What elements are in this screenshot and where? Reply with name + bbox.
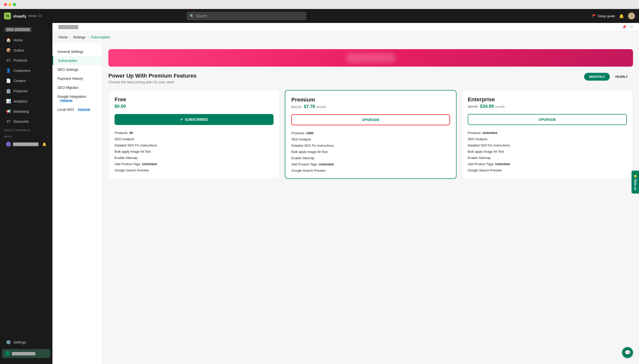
plans-grid: Free $0.00 ✔ SUBSCRIBED Products- 50	[108, 90, 633, 179]
sidebar-label-analytics: Analytics	[14, 99, 28, 103]
feature-item: SEO Analysis	[115, 137, 274, 141]
sub-sidebar-item-subscription[interactable]: Subscription	[53, 56, 102, 65]
premium-badge-local-seo: PREMIUM	[77, 108, 91, 112]
premium-badge-google: PREMIUM	[59, 99, 74, 103]
plan-title: Power Up With Premium Features	[108, 72, 196, 79]
nav-right: 🚩 Setup guide 🔔	[592, 12, 635, 20]
billing-monthly-button[interactable]: MONTHLY	[584, 73, 610, 80]
marketing-icon: 📢	[6, 109, 11, 114]
sidebar-item-content[interactable]: 📄 Content	[2, 76, 51, 86]
plan-button-free[interactable]: ✔ SUBSCRIBED	[115, 114, 274, 125]
search-bar[interactable]: 🔍 Search	[187, 12, 307, 20]
sidebar-app-item[interactable]: ████████████ 🔔	[2, 140, 51, 149]
sub-sidebar-item-seo-migrator[interactable]: SEO Migrator	[53, 83, 102, 92]
sidebar-item-analytics[interactable]: 📊 Analytics	[2, 96, 51, 106]
sidebar-item-customers[interactable]: 👤 Customers	[2, 66, 51, 75]
inner-layout: General Settings Subscription SEO Settin…	[53, 43, 639, 364]
sub-sidebar-item-local-seo[interactable]: Local SEO PREMIUM	[53, 105, 102, 114]
analytics-icon: 📊	[6, 99, 11, 104]
finances-icon: 🏦	[6, 88, 11, 93]
user-avatar[interactable]	[628, 12, 635, 20]
sidebar-label-finances: Finances	[14, 89, 28, 93]
feature-item: Products- 1000	[291, 131, 450, 135]
feature-item: Detailed SEO Fix Instructions	[291, 144, 450, 148]
shopify-brand-name: shopify	[13, 14, 26, 18]
feature-item: Bulk apply Image Alt Text	[291, 150, 450, 154]
sidebar-item-orders[interactable]: 📦 Orders	[2, 46, 51, 55]
search-placeholder: Search	[196, 14, 207, 18]
shopify-logo[interactable]: 🛍 shopify Winter '23	[4, 12, 42, 20]
billing-yearly-button[interactable]: YEARLY	[610, 73, 633, 80]
plan-current-price-free: $0.00	[115, 104, 126, 109]
feature-item: Detailed SEO Fix Instructions	[115, 144, 274, 147]
notification-bell-icon[interactable]: 🔔	[619, 14, 624, 18]
plan-subtitle: Choose the best pricing plan for your st…	[108, 80, 196, 84]
feature-item: Google Search Preview	[468, 168, 627, 172]
chat-icon: 💬	[624, 350, 631, 356]
app-bell-icon[interactable]: 🔔	[42, 142, 47, 146]
sub-sidebar-item-google-integration[interactable]: Google Integration PREMIUM	[53, 92, 102, 105]
minimize-button[interactable]	[9, 3, 12, 6]
app-name: ████████████	[13, 142, 39, 146]
plan-period-premium: /month	[316, 105, 326, 109]
sidebar-label-settings: Settings	[14, 340, 26, 344]
sub-sidebar-item-general-settings[interactable]: General Settings	[53, 47, 102, 56]
breadcrumb-home[interactable]: Home	[59, 35, 68, 39]
flag-icon: 🚩	[592, 14, 596, 18]
plan-header-text: Power Up With Premium Features Choose th…	[108, 72, 196, 84]
plan-button-premium[interactable]: UPGRADE	[291, 114, 450, 125]
apps-section[interactable]: Apps ›	[0, 133, 53, 140]
breadcrumb-sep-2: ›	[88, 35, 89, 39]
plan-button-enterprise[interactable]: UPGRADE	[468, 114, 627, 125]
sub-sidebar-item-payment-history[interactable]: Payment History	[53, 74, 102, 83]
breadcrumb-settings[interactable]: Settings	[73, 35, 86, 39]
feature-item: Add Product Tags- Unlimited	[468, 162, 627, 166]
sub-sidebar-item-seo-settings[interactable]: SEO Settings	[53, 65, 102, 74]
more-actions-icon[interactable]: •••	[629, 25, 633, 29]
plan-original-price-premium: $11.11	[291, 105, 301, 109]
content-header: ████████ 📌 •••	[53, 23, 639, 31]
feature-item: SEO Analysis	[291, 138, 450, 141]
setup-guide-button[interactable]: 🚩 Setup guide	[592, 14, 615, 18]
sales-channels-section[interactable]: Sales channels ›	[0, 126, 53, 133]
header-actions: 📌 •••	[622, 25, 633, 29]
upgrade-prompt[interactable]: ████████████	[2, 349, 51, 358]
title-bar	[0, 0, 639, 9]
close-button[interactable]	[4, 3, 7, 6]
chat-button[interactable]: 💬	[622, 347, 633, 358]
maximize-button[interactable]	[13, 3, 16, 6]
orders-icon: 📦	[6, 48, 11, 53]
sidebar-label-products: Products	[14, 58, 27, 62]
customers-icon: 👤	[6, 68, 11, 73]
feature-item: Google Search Preview	[291, 169, 450, 172]
sidebar-item-marketing[interactable]: 📢 Marketing	[2, 106, 51, 116]
sidebar-item-settings[interactable]: ⚙️ Settings	[2, 337, 51, 347]
traffic-lights	[4, 3, 16, 6]
plan-name-free: Free	[115, 96, 274, 103]
apps-arrow-icon: ›	[48, 135, 49, 138]
plan-period-enterprise: /month	[495, 105, 505, 108]
plan-current-price-enterprise: $34.99	[480, 104, 494, 109]
subscription-area: Power Up With Premium Features Choose th…	[102, 43, 639, 364]
rate-us-tab[interactable]: ⭐ Rate us	[631, 170, 639, 193]
sidebar-item-home[interactable]: 🏠 Home	[2, 35, 51, 45]
content-icon: 📄	[6, 78, 11, 83]
season-badge: Winter '23	[28, 14, 42, 18]
feature-item: Enable Sitemap	[468, 156, 627, 160]
sidebar-item-discounts[interactable]: 🏷 Discounts	[2, 117, 51, 126]
page-title-bar: ████████	[59, 25, 78, 29]
feature-item: Enable Sitemap	[115, 156, 274, 160]
billing-toggle[interactable]: MONTHLY YEARLY	[584, 72, 633, 81]
sidebar-label-home: Home	[14, 38, 23, 42]
plan-card-premium: Premium $11.11 $7.78 /month UPGRADE Prod…	[285, 90, 456, 179]
sidebar-label-orders: Orders	[14, 48, 24, 52]
subscribed-check-icon: ✔	[180, 118, 183, 122]
plan-card-enterprise: Enterprise $49.99 $34.99 /month UPGRADE …	[461, 90, 633, 179]
store-selector[interactable]: ████ ████████	[0, 25, 53, 35]
setup-guide-label: Setup guide	[598, 14, 615, 18]
sidebar-item-finances[interactable]: 🏦 Finances	[2, 86, 51, 96]
plan-header: Power Up With Premium Features Choose th…	[108, 72, 633, 84]
sidebar: ████ ████████ 🏠 Home 📦 Orders 🏷 Products…	[0, 23, 53, 364]
sidebar-item-products[interactable]: 🏷 Products	[2, 56, 51, 65]
pin-icon[interactable]: 📌	[622, 25, 626, 29]
